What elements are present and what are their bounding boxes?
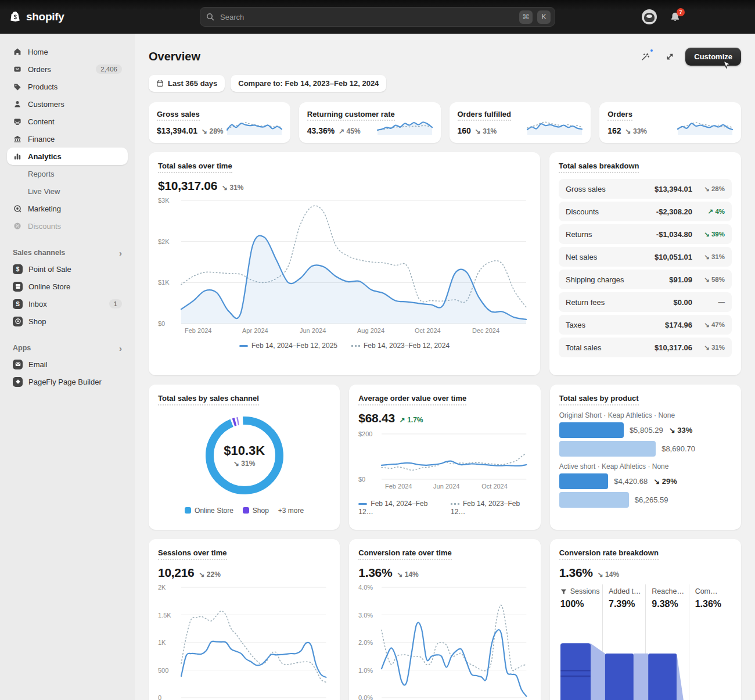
sidebar-item-label: Content	[28, 117, 55, 126]
notifications-button[interactable]: 7	[670, 12, 681, 23]
product-bar-value: $6,265.59	[635, 496, 668, 504]
breakdown-row[interactable]: Total sales $10,317.06 ↘ 31%	[559, 338, 732, 357]
apps-header[interactable]: Apps ›	[7, 340, 128, 356]
brand-name: shopify	[26, 10, 64, 23]
card-title[interactable]: Total sales breakdown	[559, 161, 639, 173]
current-period-bar[interactable]	[559, 473, 609, 489]
shopify-logo[interactable]: shopify	[9, 10, 64, 23]
kpi-card-orders[interactable]: Orders 162 ↘ 33%	[599, 102, 741, 143]
sidebar-item-content[interactable]: Content	[7, 113, 128, 130]
product-group: Active short · Keap Athletics · None$4,4…	[559, 462, 732, 508]
main-content: Overview Customize	[135, 34, 755, 700]
inbox-count-badge: 1	[109, 299, 122, 308]
email-icon	[13, 360, 23, 369]
sidebar-item-online-store[interactable]: Online Store	[7, 278, 128, 295]
sidebar-item-customers[interactable]: Customers	[7, 95, 128, 113]
card-title[interactable]: Total sales by product	[559, 394, 639, 405]
kpi-change: ↗ 45%	[339, 127, 360, 135]
orders-count-badge: 2,406	[96, 64, 122, 74]
card-title[interactable]: Conversion rate breakdown	[559, 548, 659, 560]
kpi-value: 160	[458, 126, 471, 135]
sales-channels-header[interactable]: Sales channels ›	[7, 245, 128, 260]
kpi-change: ↘ 28%	[202, 127, 223, 135]
profile-avatar[interactable]	[642, 9, 657, 24]
previous-period-bar[interactable]	[559, 441, 656, 457]
card-title[interactable]: Sessions over time	[158, 548, 227, 560]
kpi-title: Gross sales	[157, 110, 200, 121]
sidebar-item-marketing[interactable]: Marketing	[7, 200, 128, 217]
sidebar-item-products[interactable]: Products	[7, 78, 128, 95]
date-range-filter[interactable]: Last 365 days	[149, 75, 225, 92]
sidebar-item-label: Marketing	[28, 204, 61, 213]
product-bar-value: $5,805.29	[630, 426, 663, 435]
current-period-bar[interactable]	[559, 422, 624, 438]
orders-icon	[13, 64, 22, 74]
product-label: Active short · Keap Athletics · None	[559, 462, 732, 471]
previous-period-bar[interactable]	[559, 492, 629, 508]
finance-icon	[13, 134, 22, 143]
sidebar-item-label: Customers	[28, 100, 64, 109]
chevron-right-icon: ›	[119, 249, 122, 257]
magic-wand-icon	[641, 52, 650, 62]
kpi-value: 162	[607, 126, 621, 135]
product-bars: Original Short · Keap Athletics · None$5…	[559, 411, 732, 508]
sidebar-item-label: Reports	[28, 170, 55, 178]
products-icon	[13, 82, 22, 91]
conversion-rate-card: Conversion rate over time 1.36% ↘ 14% 4.…	[349, 539, 540, 700]
sidebar-item-inbox[interactable]: S Inbox 1	[7, 295, 128, 313]
sidebar-item-home[interactable]: Home	[7, 43, 128, 60]
kpi-card-orders-fulfilled[interactable]: Orders fulfilled 160 ↘ 31%	[450, 102, 591, 143]
online-store-icon	[13, 282, 23, 292]
sessions-value: 10,216	[158, 566, 194, 580]
sidebar-item-label: Home	[28, 48, 48, 56]
breakdown-row[interactable]: Gross sales $13,394.01 ↘ 28%	[559, 179, 732, 199]
breakdown-row[interactable]: Net sales $10,051.01 ↘ 31%	[559, 247, 732, 267]
svg-text:Jun 2024: Jun 2024	[300, 327, 326, 334]
global-search[interactable]: ⌘ K	[200, 7, 555, 27]
sidebar-item-discounts[interactable]: Discounts	[7, 217, 128, 235]
card-title[interactable]: Average order value over time	[358, 394, 466, 405]
card-title[interactable]: Conversion rate over time	[358, 548, 451, 560]
breakdown-row[interactable]: Shipping charges $91.09 ↘ 58%	[559, 270, 732, 289]
legend-current: Feb 14, 2024–Feb 12…	[358, 500, 439, 516]
sidebar-item-reports[interactable]: Reports	[7, 165, 128, 182]
compare-filter[interactable]: Compare to: Feb 14, 2023–Feb 12, 2024	[231, 75, 386, 92]
breakdown-row[interactable]: Taxes $174.96 ↘ 47%	[559, 315, 732, 335]
pos-icon: $	[13, 264, 23, 274]
donut-center-value: $10.3K	[224, 443, 265, 458]
sidebar-item-point-of-sale[interactable]: $ Point of Sale	[7, 260, 128, 278]
mouse-cursor	[722, 60, 731, 70]
breakdown-row[interactable]: Return fees $0.00 —	[559, 292, 732, 312]
sales-by-channel-card: Total sales by sales channel $10.3K ↘ 31…	[149, 385, 340, 530]
breakdown-row[interactable]: Discounts -$2,308.20 ↗ 4%	[559, 202, 732, 221]
expand-button[interactable]	[661, 48, 678, 66]
search-icon	[206, 13, 214, 21]
kpi-card-returning-rate[interactable]: Returning customer rate 43.36% ↗ 45%	[299, 102, 441, 143]
sidebar-item-label: Orders	[28, 65, 51, 74]
returning-rate-sparkline	[376, 116, 433, 137]
customize-button[interactable]: Customize	[685, 48, 741, 66]
sidebar-item-label: Point of Sale	[28, 265, 71, 274]
sidebar-item-analytics[interactable]: Analytics	[7, 148, 128, 165]
insights-button[interactable]	[637, 48, 654, 66]
kpi-card-gross-sales[interactable]: Gross sales $13,394.01 ↘ 28%	[149, 102, 290, 143]
breakdown-row[interactable]: Returns -$1,034.80 ↘ 39%	[559, 224, 732, 244]
sidebar-item-orders[interactable]: Orders 2,406	[7, 60, 128, 78]
card-title[interactable]: Total sales over time	[158, 161, 232, 173]
sidebar-item-shop[interactable]: Shop	[7, 313, 128, 330]
legend-more[interactable]: +3 more	[278, 507, 304, 515]
sidebar-item-finance[interactable]: Finance	[7, 130, 128, 148]
content-icon	[13, 117, 22, 126]
sidebar-item-email[interactable]: Email	[7, 356, 128, 373]
card-title[interactable]: Total sales by sales channel	[158, 394, 259, 405]
kpi-title: Orders	[607, 110, 632, 121]
search-input[interactable]	[219, 12, 515, 22]
sidebar-item-label: Finance	[28, 135, 55, 143]
funnel-chart	[559, 623, 732, 700]
svg-text:3.0%: 3.0%	[358, 612, 373, 619]
funnel-icon	[560, 588, 567, 595]
sidebar-item-live-view[interactable]: Live View	[7, 182, 128, 200]
sidebar-item-pagefly[interactable]: PageFly Page Builder	[7, 373, 128, 390]
shortcut-k-key: K	[537, 10, 551, 24]
sidebar: Home Orders 2,406 Products Customers Con…	[0, 34, 135, 700]
